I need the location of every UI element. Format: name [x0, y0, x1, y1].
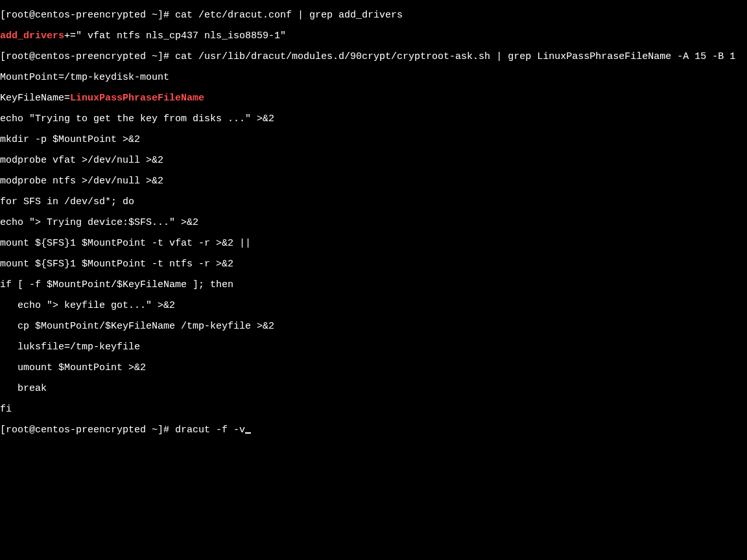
out2-l4: mkdir -p $MountPoint >&2 [0, 135, 747, 145]
out2-l16: break [0, 384, 747, 394]
terminal[interactable]: [root@centos-preencrypted ~]# cat /etc/d… [0, 0, 747, 446]
out2-l14: luksfile=/tmp-keyfile [0, 342, 747, 353]
out2-l5: modprobe vfat >/dev/null >&2 [0, 156, 747, 166]
out2-l10: mount ${SFS}1 $MountPoint -t ntfs -r >&2 [0, 259, 747, 270]
cmd-1: cat /etc/dracut.conf | grep add_drivers [175, 10, 403, 21]
line-prompt-1: [root@centos-preencrypted ~]# cat /etc/d… [0, 10, 747, 21]
match-keyfilename: LinuxPassPhraseFileName [70, 93, 204, 104]
cmd-3: dracut -f -v [175, 425, 245, 436]
cursor [245, 432, 251, 434]
out2-l2a: KeyFileName= [0, 93, 70, 104]
out2-l13: cp $MountPoint/$KeyFileName /tmp-keyfile… [0, 321, 747, 332]
prompt-2: [root@centos-preencrypted ~]# [0, 51, 175, 62]
out2-l9: mount ${SFS}1 $MountPoint -t vfat -r >&2… [0, 239, 747, 249]
line-prompt-2: [root@centos-preencrypted ~]# cat /usr/l… [0, 52, 747, 62]
out1-rest: +=" vfat ntfs nls_cp437 nls_iso8859-1" [64, 30, 286, 41]
out2-l11: if [ -f $MountPoint/$KeyFileName ]; then [0, 280, 747, 290]
line-out1: add_drivers+=" vfat ntfs nls_cp437 nls_i… [0, 31, 747, 41]
cmd-2: cat /usr/lib/dracut/modules.d/90crypt/cr… [175, 51, 735, 62]
out2-l8: echo "> Trying device:$SFS..." >&2 [0, 218, 747, 228]
out2-l7: for SFS in /dev/sd*; do [0, 197, 747, 207]
out2-l12: echo "> keyfile got..." >&2 [0, 301, 747, 311]
out2-l1: MountPoint=/tmp-keydisk-mount [0, 73, 747, 83]
prompt-3: [root@centos-preencrypted ~]# [0, 425, 175, 436]
prompt-1: [root@centos-preencrypted ~]# [0, 10, 175, 21]
out2-l6: modprobe ntfs >/dev/null >&2 [0, 176, 747, 187]
out2-l2: KeyFileName=LinuxPassPhraseFileName [0, 93, 747, 104]
match-add-drivers: add_drivers [0, 30, 64, 41]
out2-l15: umount $MountPoint >&2 [0, 363, 747, 373]
out2-l17: fi [0, 404, 747, 415]
out2-l3: echo "Trying to get the key from disks .… [0, 114, 747, 124]
line-prompt-3: [root@centos-preencrypted ~]# dracut -f … [0, 425, 747, 436]
